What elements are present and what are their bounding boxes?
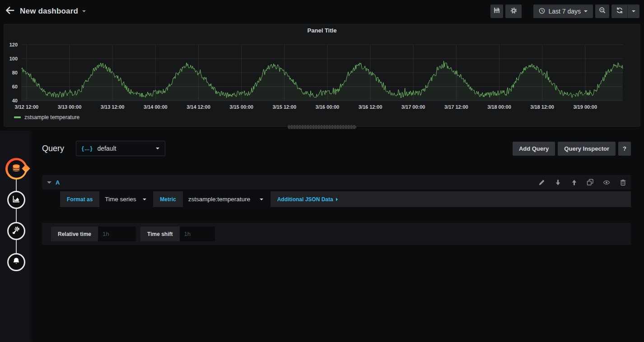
x-tick-label: 3/17 12:00 <box>444 104 468 110</box>
general-settings-icon <box>12 226 21 236</box>
navbar-actions: Last 7 days <box>490 5 639 18</box>
navbar: New dashboard Last 7 days <box>0 0 644 23</box>
time-range-picker[interactable]: Last 7 days <box>533 5 593 18</box>
query-header-buttons: Add Query Query Inspector ? <box>513 142 631 156</box>
collapse-caret-icon[interactable] <box>47 181 51 184</box>
y-tick-label: 120 <box>9 42 18 47</box>
y-tick-label: 100 <box>9 56 18 61</box>
x-tick-label: 3/18 00:00 <box>487 104 511 110</box>
x-tick-label: 3/15 00:00 <box>229 104 253 110</box>
additional-json-group: Additional JSON Data <box>271 191 631 207</box>
back-button[interactable] <box>0 0 20 23</box>
x-tick-label: 3/17 00:00 <box>401 104 425 110</box>
additional-json-caret-icon <box>336 198 338 201</box>
datasource-value: default <box>97 145 116 152</box>
editor-tab-strip <box>0 130 33 342</box>
x-tick-label: 3/18 12:00 <box>530 104 554 110</box>
x-tick-label: 3/16 00:00 <box>316 104 340 110</box>
relative-time-label: Relative time <box>51 226 98 241</box>
x-tick-label: 3/14 00:00 <box>144 104 168 110</box>
settings-gear-icon <box>510 7 518 16</box>
panel-title[interactable]: Panel Title <box>4 27 640 34</box>
time-shift-input[interactable] <box>180 226 215 241</box>
query-header-row: Query {…} default Add Query Query Inspec… <box>42 141 631 156</box>
dashboard-settings-button[interactable] <box>505 5 522 18</box>
x-tick-label: 3/14 12:00 <box>187 104 210 110</box>
editor-row-filler <box>345 191 631 207</box>
relative-time-input[interactable] <box>98 226 136 241</box>
format-as-label: Format as <box>60 191 99 207</box>
metric-caret-icon <box>260 199 263 200</box>
format-as-group: Format as Time series <box>60 191 151 207</box>
dashboard-title-caret-icon <box>82 10 86 12</box>
x-tick-label: 3/12 12:00 <box>15 104 39 110</box>
alert-bell-icon <box>12 257 21 268</box>
edit-pencil-icon[interactable] <box>538 179 545 186</box>
save-icon <box>493 7 500 16</box>
add-query-button[interactable]: Add Query <box>513 142 555 156</box>
format-as-value: Time series <box>105 196 136 203</box>
x-tick-label: 3/16 12:00 <box>359 104 383 110</box>
query-row-header[interactable]: A <box>42 175 631 189</box>
refresh-group <box>611 5 639 18</box>
x-tick-label: 3/13 12:00 <box>101 104 125 110</box>
move-down-icon[interactable] <box>554 179 561 186</box>
x-tick-label: 3/19 00:00 <box>573 104 597 110</box>
duplicate-icon[interactable] <box>587 179 594 186</box>
dashboard-title[interactable]: New dashboard <box>20 7 86 16</box>
query-inspector-button[interactable]: Query Inspector <box>558 142 616 156</box>
additional-json-link[interactable]: Additional JSON Data <box>271 191 345 207</box>
time-range-label: Last 7 days <box>548 8 581 15</box>
move-up-icon[interactable] <box>570 179 578 186</box>
x-tick-label: 3/15 12:00 <box>272 104 296 110</box>
tab-alert[interactable] <box>7 253 25 271</box>
x-tick-label: 3/13 00:00 <box>58 104 82 110</box>
delete-trash-icon[interactable] <box>619 179 626 186</box>
y-tick-label: 40 <box>12 98 18 103</box>
panel-resize-handle[interactable] <box>288 125 356 129</box>
save-button[interactable] <box>490 5 503 18</box>
help-button[interactable]: ? <box>618 142 631 156</box>
refresh-button[interactable] <box>611 5 627 18</box>
legend-series-swatch <box>14 116 21 118</box>
y-tick-label: 60 <box>12 84 18 89</box>
query-editor-row: Format as Time series Metric zstsample:t… <box>60 191 631 207</box>
tab-visualization[interactable] <box>7 191 25 209</box>
datasource-brace-icon: {…} <box>82 145 93 152</box>
back-arrow-icon <box>5 5 15 17</box>
timeseries-chart[interactable]: 4060801001203/12 12:003/13 00:003/13 12:… <box>4 35 641 124</box>
visualization-chart-icon <box>12 194 21 205</box>
tab-connector-line <box>16 168 17 263</box>
time-range-caret-icon <box>584 10 588 12</box>
query-section-title: Query <box>42 144 64 153</box>
graph-panel: Panel Title 4060801001203/12 12:003/13 0… <box>4 24 640 127</box>
zoom-out-icon <box>599 7 606 16</box>
datasource-caret-icon <box>156 148 159 149</box>
datasource-db-icon <box>11 163 21 175</box>
refresh-caret-icon <box>632 10 635 12</box>
metric-group: Metric zstsample:temperature <box>153 191 268 207</box>
refresh-icon <box>616 7 623 16</box>
query-row-actions <box>538 179 626 186</box>
datasource-picker[interactable]: {…} default <box>76 141 165 156</box>
metric-value: zstsample:temperature <box>188 196 250 203</box>
y-tick-label: 80 <box>12 70 18 75</box>
additional-json-label: Additional JSON Data <box>277 196 333 203</box>
clock-icon <box>539 8 545 15</box>
legend-series-label: zstsample temperature <box>24 114 79 120</box>
tab-general[interactable] <box>7 222 25 240</box>
panel-editor: Query {…} default Add Query Query Inspec… <box>0 130 644 342</box>
disable-eye-icon[interactable] <box>603 179 610 186</box>
metric-select[interactable]: zstsample:temperature <box>183 191 269 207</box>
format-as-select[interactable]: Time series <box>99 191 151 207</box>
refresh-interval-dropdown[interactable] <box>628 5 639 18</box>
legend-item[interactable]: zstsample temperature <box>14 114 79 120</box>
dashboard-title-text: New dashboard <box>20 7 78 16</box>
format-as-caret-icon <box>143 199 146 200</box>
query-ref-id[interactable]: A <box>56 179 60 186</box>
time-shift-label: Time shift <box>140 226 179 241</box>
zoom-out-button[interactable] <box>595 5 609 18</box>
tab-queries[interactable] <box>5 158 27 180</box>
queries-tab-content: Query {…} default Add Query Query Inspec… <box>33 130 644 342</box>
metric-label: Metric <box>153 191 182 207</box>
